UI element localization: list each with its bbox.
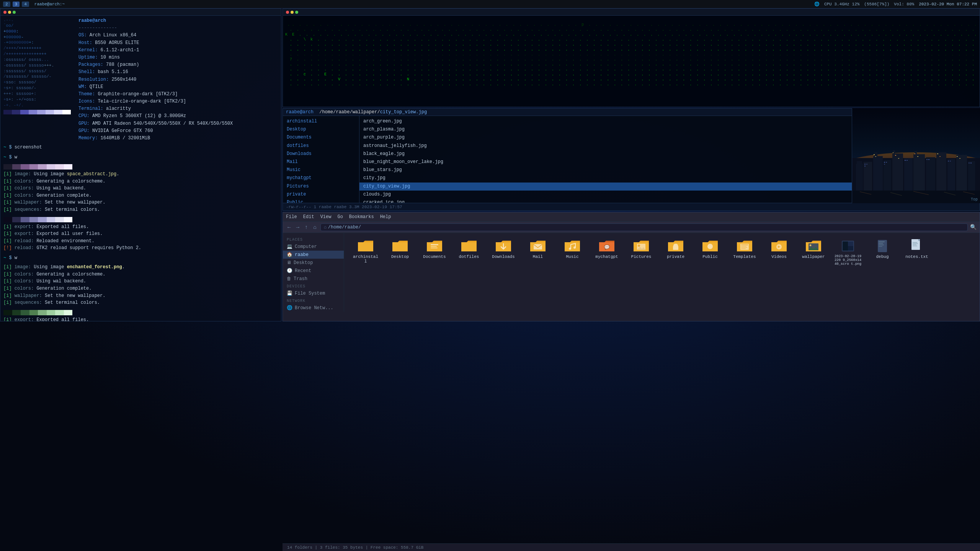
fm-back-button[interactable]: ← [286,223,292,231]
dir-pictures[interactable]: Pictures [283,183,359,191]
fm-sidebar-network-label: Network [283,297,344,304]
cpu-detail: (5586[7%]) [864,2,889,7]
terminal-prompt-3: ~ $ w [3,255,278,261]
fm-sidebar-devices-label: Devices [283,283,344,289]
svg-rect-64 [741,247,747,248]
svg-rect-78 [879,246,882,247]
svg-rect-32 [864,166,866,166]
svg-rect-26 [937,153,938,154]
fm-path-bar[interactable]: ⌂ /home/raabe/ [320,223,968,231]
fm-sidebar-places-label: Places [283,236,344,243]
sidebar-item-recent[interactable]: 🕐 Recent [283,267,344,275]
dir-archinstall[interactable]: archinstall [283,117,359,126]
fm-menu-bookmarks[interactable]: Bookmarks [349,214,374,220]
fm-menu-file[interactable]: File [286,214,297,220]
fm-item-private[interactable]: private [660,237,691,267]
desktop-icon: 🖥 [287,260,291,266]
sidebar-item-computer[interactable]: 💻 Computer [283,243,344,251]
window-title: raabe@arch:~ [34,2,65,7]
top-label: Top [971,197,978,202]
fm-item-documents[interactable]: Documents [419,237,450,267]
svg-rect-35 [884,164,885,165]
svg-point-68 [810,245,812,246]
dir-downloads[interactable]: Downloads [283,150,359,158]
svg-rect-82 [913,245,916,245]
svg-rect-44 [852,191,980,203]
matrix-content: . . . . . . . . . . . . . . . . . . . . … [283,16,980,107]
workspace-1[interactable]: 2 [3,2,10,7]
sidebar-item-network[interactable]: 🌐 Browse Netw... [283,304,344,312]
dir-documents[interactable]: Documents [283,134,359,142]
filelist-footer: -rw-r--r-- 1 raabe raabe 3.3M 2023-02-19… [283,203,980,210]
dir-mychatgpt[interactable]: mychatgpt [283,174,359,182]
fm-item-mychatgpt[interactable]: 💬 mychatgpt [591,237,622,267]
fm-item-music[interactable]: Music [557,237,588,267]
svg-rect-50 [431,244,438,245]
fm-menu-help[interactable]: Help [380,214,391,220]
fm-up-button[interactable]: ↑ [303,223,309,231]
fm-item-screenshot[interactable]: 2023-02-20-19220 9_2560x1440_scro t.png [833,237,863,267]
workspace-2[interactable]: 3 [13,2,20,7]
fm-item-videos[interactable]: Videos [764,237,794,267]
dir-music[interactable]: Music [283,166,359,174]
filesystem-icon: 💾 [287,290,292,296]
fm-search-button[interactable]: 🔍 [970,224,977,230]
fm-item-debug[interactable]: debug [867,237,898,267]
fm-item-pictures[interactable]: Pictures [626,237,657,267]
fm-item-notes[interactable]: notes.txt [902,237,932,267]
sidebar-item-filesystem[interactable]: 💾 File System [283,289,344,297]
svg-point-54 [569,248,571,250]
fm-item-wallpaper[interactable]: wallpaper [798,237,829,267]
svg-rect-27 [939,156,941,157]
fm-statusbar: 14 folders | 3 files: 35 bytes | Free sp… [283,543,980,551]
fm-menu-view[interactable]: View [320,214,332,220]
fm-item-public[interactable]: Public [695,237,725,267]
file-manager[interactable]: File Edit View Go Bookmarks Help ← → ↑ ⌂… [283,212,980,321]
neofetch-art: .--. `oo/ +0000: +000000- -+00000000+: /… [3,17,71,142]
fm-home-button[interactable]: ⌂ [312,223,318,231]
svg-rect-22 [895,155,896,156]
fm-item-mail[interactable]: Mail [523,237,553,267]
fm-item-downloads[interactable]: Downloads [488,237,519,267]
sidebar-network-label: Browse Netw... [295,305,333,311]
svg-rect-41 [950,161,951,161]
fm-item-archinstall[interactable]: archinstall [350,237,381,267]
filelist-dirs: archinstall Desktop Documents dotfiles D… [283,116,359,209]
dir-private[interactable]: private [283,191,359,199]
matrix-terminal[interactable]: . . . . . . . . . . . . . . . . . . . . … [283,8,980,107]
svg-rect-37 [906,160,908,161]
svg-rect-34 [886,162,887,163]
fm-menu-go[interactable]: Go [337,214,343,220]
fm-forward-button[interactable]: → [294,223,301,231]
fm-menu-edit[interactable]: Edit [303,214,314,220]
recent-icon: 🕐 [287,268,292,274]
dir-dotfiles[interactable]: dotfiles [283,142,359,150]
sidebar-recent-label: Recent [295,268,311,274]
left-terminal[interactable]: .--. `oo/ +0000: +000000- -+00000000+: /… [0,8,281,321]
svg-rect-24 [915,153,915,154]
svg-text:💬: 💬 [604,244,610,250]
fm-item-desktop[interactable]: Desktop [385,237,415,267]
sidebar-item-desktop[interactable]: 🖥 Desktop [283,259,344,267]
dir-desktop[interactable]: Desktop [283,126,359,134]
export-output-1: [i] export: Exported all files. [i] expo… [3,223,278,252]
svg-rect-71 [843,241,848,251]
fm-item-templates[interactable]: Templates [729,237,760,267]
sidebar-item-trash[interactable]: 🗑 Trash [283,275,344,283]
svg-rect-43 [970,163,972,163]
fm-item-dotfiles[interactable]: dotfiles [454,237,484,267]
svg-rect-4 [857,161,862,165]
svg-rect-63 [741,246,746,247]
dir-mail[interactable]: Mail [283,158,359,166]
fm-body: Places 💻 Computer 🏠 raabe 🖥 Desktop 🕐 Re… [283,233,980,312]
terminal-titlebar [0,9,281,16]
svg-rect-83 [913,246,917,246]
fm-toolbar: ← → ↑ ⌂ ⌂ /home/raabe/ 🔍 [283,222,980,233]
svg-rect-23 [898,158,899,159]
workspace-3[interactable]: 4 [22,2,29,7]
svg-rect-42 [969,163,970,163]
svg-rect-25 [917,156,918,157]
svg-rect-38 [926,159,928,160]
sidebar-item-raabe[interactable]: 🏠 raabe [283,251,344,259]
svg-rect-19 [874,154,875,155]
